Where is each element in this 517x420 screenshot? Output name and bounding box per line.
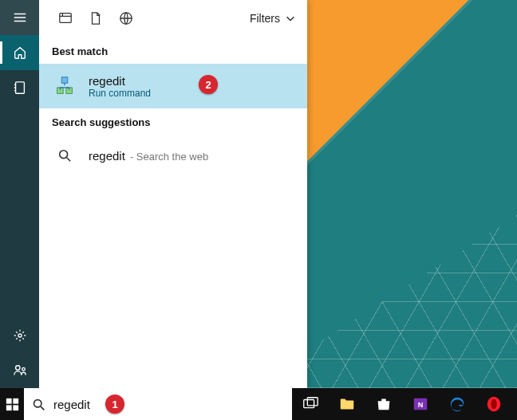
windows-logo-icon (6, 398, 19, 411)
search-icon (52, 143, 77, 168)
suggestion-term: regedit (89, 149, 125, 163)
start-button[interactable] (0, 388, 24, 420)
opera-icon (485, 395, 503, 413)
search-results-panel: Filters Best match regedit Run command 2… (39, 0, 307, 388)
svg-text:N: N (418, 401, 424, 409)
globe-icon (119, 11, 133, 26)
settings-button[interactable] (0, 318, 39, 353)
task-view-button[interactable] (292, 388, 329, 420)
best-match-title: regedit (89, 74, 151, 88)
search-sidebar (0, 0, 39, 388)
menu-button[interactable] (0, 0, 39, 35)
hamburger-icon (13, 10, 27, 25)
notebook-button[interactable] (0, 70, 39, 105)
store-button[interactable] (365, 388, 402, 420)
edge-button[interactable] (439, 388, 476, 420)
opera-button[interactable] (476, 388, 512, 420)
annotation-step-2: 2 (199, 75, 218, 94)
filters-label: Filters (250, 12, 280, 25)
apps-icon (58, 11, 73, 26)
filters-dropdown[interactable]: Filters (250, 12, 296, 25)
annotation-step-1: 1 (105, 394, 124, 414)
onenote-button[interactable]: N (402, 388, 439, 420)
feedback-icon (13, 363, 27, 378)
suggestions-heading: Search suggestions (39, 108, 307, 135)
folder-icon (338, 395, 356, 413)
svg-rect-10 (6, 398, 11, 403)
best-match-result[interactable]: regedit Run command 2 (39, 64, 307, 108)
taskbar-search-box[interactable]: 1 (24, 388, 292, 420)
svg-rect-15 (304, 400, 314, 408)
svg-rect-12 (6, 405, 11, 410)
edge-icon (448, 395, 466, 413)
svg-rect-11 (13, 398, 18, 403)
svg-point-14 (34, 399, 41, 406)
scope-documents-button[interactable] (81, 6, 111, 30)
scope-apps-button[interactable] (50, 6, 81, 30)
gear-icon (13, 328, 27, 343)
svg-point-9 (60, 151, 68, 159)
file-explorer-button[interactable] (329, 388, 365, 420)
svg-rect-0 (15, 82, 24, 93)
notebook-icon (13, 80, 27, 95)
svg-rect-13 (13, 405, 18, 410)
task-view-icon (302, 395, 319, 413)
taskbar: 1 N (0, 388, 517, 420)
svg-rect-4 (60, 14, 71, 23)
suggestion-hint: - Search the web (130, 151, 208, 163)
svg-rect-16 (307, 398, 318, 406)
web-suggestion-result[interactable]: regedit - Search the web (39, 135, 307, 176)
search-input[interactable] (53, 398, 284, 411)
home-icon (13, 45, 27, 60)
regedit-icon (52, 73, 77, 99)
document-icon (89, 11, 103, 26)
svg-point-1 (18, 334, 22, 337)
taskbar-pinned-apps: N (292, 388, 517, 420)
home-button[interactable] (0, 35, 39, 70)
search-icon (32, 398, 45, 411)
svg-point-2 (15, 366, 19, 370)
svg-point-3 (22, 367, 25, 371)
best-match-subtitle: Run command (89, 88, 151, 99)
feedback-button[interactable] (0, 353, 39, 388)
onenote-icon: N (412, 395, 429, 413)
svg-point-20 (491, 399, 496, 410)
desktop: Filters Best match regedit Run command 2… (0, 0, 517, 420)
scope-web-button[interactable] (111, 6, 141, 30)
store-icon (375, 395, 393, 413)
best-match-heading: Best match (39, 37, 307, 64)
chevron-down-icon (285, 13, 296, 24)
results-scope-bar: Filters (39, 0, 307, 37)
svg-rect-6 (61, 77, 68, 84)
